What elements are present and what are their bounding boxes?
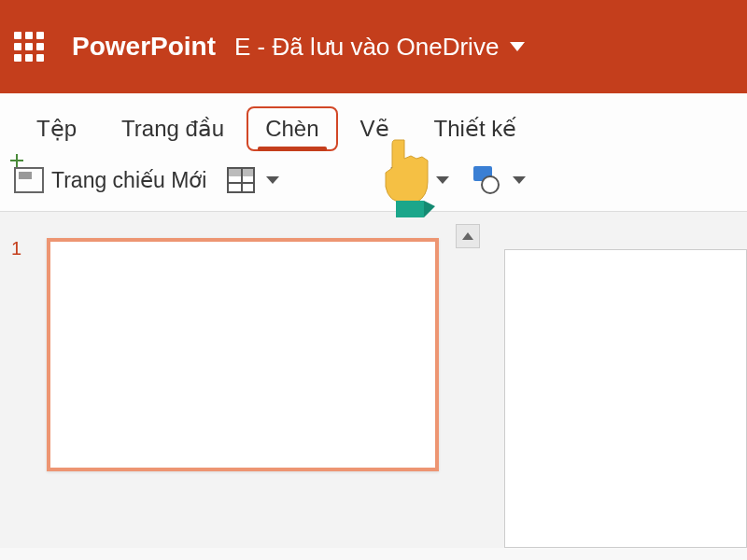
document-title-text: E - Đã lưu vào OneDrive xyxy=(234,33,499,62)
table-icon xyxy=(227,167,255,193)
new-slide-button[interactable]: Trang chiếu Mới xyxy=(14,167,206,193)
ribbon-toolbar: Trang chiếu Mới Ảnh xyxy=(0,157,747,212)
tab-file[interactable]: Tệp xyxy=(14,105,99,153)
image-button[interactable]: Ảnh xyxy=(386,168,449,193)
scroll-up-button[interactable] xyxy=(456,224,480,248)
image-label: Ảnh xyxy=(386,168,425,193)
app-launcher-icon[interactable] xyxy=(14,32,44,62)
shapes-button[interactable] xyxy=(470,166,526,194)
app-name: PowerPoint xyxy=(72,32,216,62)
new-slide-icon xyxy=(14,167,44,193)
slide-editor[interactable] xyxy=(504,249,747,548)
tab-home[interactable]: Trang đầu xyxy=(99,105,247,153)
slide-number: 1 xyxy=(11,238,21,259)
slide-thumbnail[interactable] xyxy=(47,238,439,471)
title-bar: PowerPoint E - Đã lưu vào OneDrive xyxy=(0,0,747,93)
tab-design[interactable]: Thiết kế xyxy=(412,105,540,153)
tab-insert[interactable]: Chèn xyxy=(247,106,337,151)
shapes-icon xyxy=(470,166,501,194)
tab-draw[interactable]: Vẽ xyxy=(338,105,412,153)
arrow-up-icon xyxy=(462,232,473,240)
new-slide-label: Trang chiếu Mới xyxy=(51,168,206,193)
content-area: 1 xyxy=(0,212,747,548)
chevron-down-icon xyxy=(266,176,279,184)
chevron-down-icon xyxy=(513,176,526,184)
chevron-down-icon xyxy=(436,176,449,184)
chevron-down-icon xyxy=(510,42,525,51)
main-canvas xyxy=(467,212,747,548)
ribbon-tabs: Tệp Trang đầu Chèn Vẽ Thiết kế xyxy=(0,93,747,157)
table-button[interactable] xyxy=(227,167,279,193)
document-title[interactable]: E - Đã lưu vào OneDrive xyxy=(234,33,525,62)
slide-thumbnail-panel: 1 xyxy=(0,212,467,548)
